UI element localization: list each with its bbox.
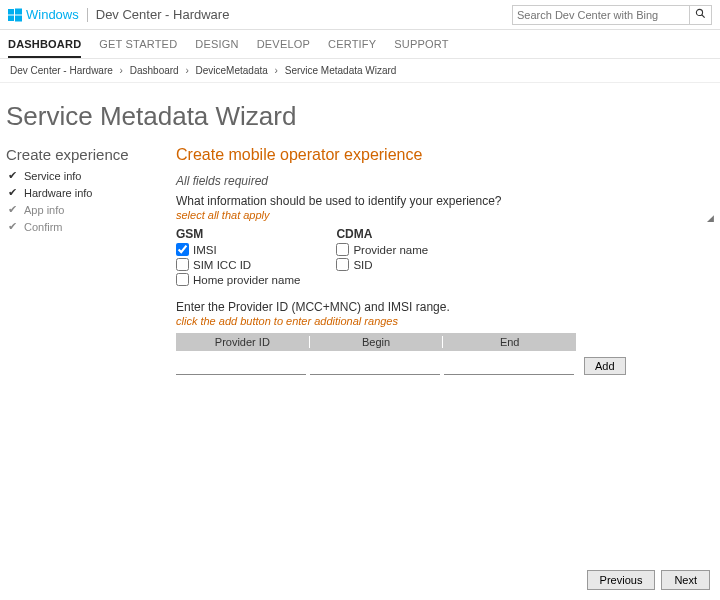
checkbox-input[interactable] <box>336 243 349 256</box>
crumb-devicemetadata[interactable]: DeviceMetadata <box>196 65 268 76</box>
step-label: Hardware info <box>24 187 92 199</box>
previous-button[interactable]: Previous <box>587 570 656 590</box>
page-title: Service Metadata Wizard <box>0 83 720 146</box>
svg-point-4 <box>696 9 702 15</box>
checkbox-input[interactable] <box>176 273 189 286</box>
step-service-info[interactable]: ✔ Service info <box>6 167 170 184</box>
checkbox-input[interactable] <box>176 243 189 256</box>
identifier-options: GSM IMSI SIM ICC ID Home provider name C… <box>176 227 704 288</box>
gsm-column: GSM IMSI SIM ICC ID Home provider name <box>176 227 300 288</box>
step-confirm[interactable]: ✔ Confirm <box>6 218 170 235</box>
chevron-right-icon: › <box>120 65 123 76</box>
begin-input[interactable] <box>310 358 440 375</box>
checkbox-label: SIM ICC ID <box>193 259 251 271</box>
main-area: Create experience ✔ Service info ✔ Hardw… <box>0 146 720 375</box>
svg-rect-3 <box>15 15 22 21</box>
top-header: Windows Dev Center - Hardware <box>0 0 720 30</box>
col-provider-id: Provider ID <box>176 336 310 348</box>
col-begin: Begin <box>310 336 444 348</box>
tab-get-started[interactable]: GET STARTED <box>99 38 177 58</box>
provider-question: Enter the Provider ID (MCC+MNC) and IMSI… <box>176 300 704 314</box>
svg-rect-0 <box>8 9 14 15</box>
provider-id-input[interactable] <box>176 358 306 375</box>
windows-icon <box>8 8 22 22</box>
range-table-header: Provider ID Begin End <box>176 333 576 351</box>
step-label: Service info <box>24 170 81 182</box>
step-label: App info <box>24 204 64 216</box>
checkbox-label: SID <box>353 259 372 271</box>
tab-support[interactable]: SUPPORT <box>394 38 448 58</box>
check-icon: ✔ <box>6 203 18 216</box>
next-button[interactable]: Next <box>661 570 710 590</box>
search-input[interactable] <box>513 9 689 21</box>
cdma-column: CDMA Provider name SID <box>336 227 428 288</box>
end-input[interactable] <box>444 358 574 375</box>
col-end: End <box>443 336 576 348</box>
tab-design[interactable]: DESIGN <box>195 38 238 58</box>
checkbox-input[interactable] <box>176 258 189 271</box>
checkbox-sid[interactable]: SID <box>336 258 428 271</box>
wizard-content: Create mobile operator experience All fi… <box>176 146 714 375</box>
add-button[interactable]: Add <box>584 357 626 375</box>
header-divider <box>87 8 88 22</box>
gsm-title: GSM <box>176 227 300 241</box>
checkbox-sim-icc-id[interactable]: SIM ICC ID <box>176 258 300 271</box>
crumb-current: Service Metadata Wizard <box>285 65 397 76</box>
required-note: All fields required <box>176 174 704 188</box>
svg-line-5 <box>702 14 705 17</box>
range-input-row: Add <box>176 357 704 375</box>
step-app-info[interactable]: ✔ App info <box>6 201 170 218</box>
check-icon: ✔ <box>6 186 18 199</box>
tab-certify[interactable]: CERTIFY <box>328 38 376 58</box>
svg-rect-2 <box>8 15 14 21</box>
collapse-indicator-icon: ◢ <box>707 213 714 223</box>
chevron-right-icon: › <box>185 65 188 76</box>
windows-logo[interactable]: Windows <box>8 7 79 22</box>
range-hint: click the add button to enter additional… <box>176 315 704 327</box>
checkbox-input[interactable] <box>336 258 349 271</box>
windows-label: Windows <box>26 7 79 22</box>
checkbox-provider-name[interactable]: Provider name <box>336 243 428 256</box>
site-name: Dev Center - Hardware <box>96 7 230 22</box>
section-title: Create mobile operator experience <box>176 146 704 164</box>
sidebar-title: Create experience <box>6 146 170 163</box>
svg-rect-1 <box>15 8 22 14</box>
checkbox-label: Home provider name <box>193 274 300 286</box>
step-label: Confirm <box>24 221 63 233</box>
step-hardware-info[interactable]: ✔ Hardware info <box>6 184 170 201</box>
cdma-title: CDMA <box>336 227 428 241</box>
crumb-dev-center[interactable]: Dev Center - Hardware <box>10 65 113 76</box>
tab-dashboard[interactable]: DASHBOARD <box>8 38 81 58</box>
wizard-sidebar: Create experience ✔ Service info ✔ Hardw… <box>6 146 176 375</box>
search-icon[interactable] <box>689 6 711 24</box>
check-icon: ✔ <box>6 220 18 233</box>
search-box[interactable] <box>512 5 712 25</box>
wizard-footer: Previous Next <box>587 570 710 590</box>
checkbox-home-provider-name[interactable]: Home provider name <box>176 273 300 286</box>
checkbox-label: Provider name <box>353 244 428 256</box>
check-icon: ✔ <box>6 169 18 182</box>
tab-develop[interactable]: DEVELOP <box>257 38 310 58</box>
crumb-dashboard[interactable]: Dashboard <box>130 65 179 76</box>
identify-question: What information should be used to ident… <box>176 194 704 208</box>
select-all-hint: select all that apply <box>176 209 704 221</box>
chevron-right-icon: › <box>275 65 278 76</box>
primary-nav: DASHBOARD GET STARTED DESIGN DEVELOP CER… <box>0 30 720 59</box>
checkbox-label: IMSI <box>193 244 217 256</box>
checkbox-imsi[interactable]: IMSI <box>176 243 300 256</box>
breadcrumb: Dev Center - Hardware › Dashboard › Devi… <box>0 59 720 83</box>
